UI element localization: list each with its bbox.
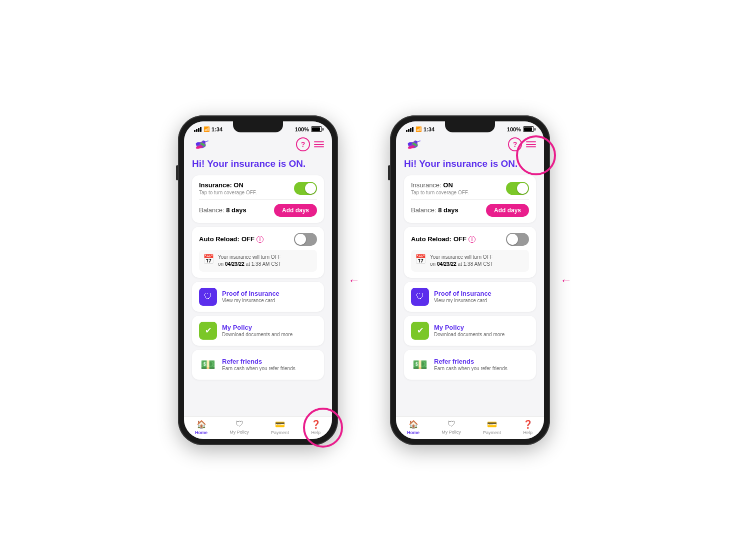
status-right: 100% (295, 126, 322, 132)
proof-sub: View my insurance card (222, 298, 280, 303)
help-button[interactable]: ? (296, 137, 310, 151)
nav-policy[interactable]: 🛡 My Policy (230, 420, 249, 435)
battery-icon (311, 126, 322, 132)
auto-reload-label: Auto Reload: OFF i (199, 235, 264, 243)
right-logo (404, 137, 422, 151)
right-menu-button[interactable] (526, 141, 536, 147)
right-refer-title: Refer friends (434, 358, 508, 365)
calendar-icon: 📅 (203, 254, 214, 265)
battery-fill (312, 127, 320, 131)
right-wifi-icon: 📶 (416, 126, 422, 132)
auto-reload-row: Auto Reload: OFF i (199, 233, 317, 246)
right-refer-icon-box: 💵 (411, 356, 429, 374)
right-refer-friends-card[interactable]: 💵 Refer friends Earn cash when you refer… (404, 350, 536, 380)
app-content: Hi! Your insurance is ON. Insurance: ON … (184, 154, 332, 416)
left-screen: 📶 1:34 100% (184, 121, 332, 439)
right-policy-info: My Policy Download documents and more (434, 324, 504, 337)
insurance-info: Insurance: ON Tap to turn coverage OFF. (199, 181, 257, 195)
right-payment-nav-label: Payment (483, 430, 501, 435)
left-phone-wrapper: 📶 1:34 100% (178, 115, 338, 445)
right-balance-row: Balance: 8 days Add days (411, 204, 529, 217)
right-policy-nav-icon: 🛡 (448, 420, 456, 429)
wifi-icon: 📶 (204, 126, 210, 132)
add-days-button[interactable]: Add days (274, 204, 317, 217)
left-arrow: ← (348, 273, 360, 287)
right-nav-payment[interactable]: 💳 Payment (483, 420, 501, 435)
right-battery-pct: 100% (507, 126, 521, 132)
right-proof-info: Proof of Insurance View my insurance car… (434, 290, 492, 303)
right-proof-title: Proof of Insurance (434, 290, 492, 297)
right-policy-title: My Policy (434, 324, 504, 331)
right-nav-help[interactable]: ❓ Help (523, 420, 533, 435)
right-refer-sub: Earn cash when you refer friends (434, 366, 508, 371)
insurance-card: Insurance: ON Tap to turn coverage OFF. (192, 175, 324, 223)
svg-line-13 (418, 141, 420, 141)
right-refer-info: Refer friends Earn cash when you refer f… (434, 358, 508, 371)
right-my-policy-card[interactable]: ✔ My Policy Download documents and more (404, 316, 536, 346)
policy-nav-icon: 🛡 (236, 420, 244, 429)
r-signal-bar-3 (410, 128, 412, 132)
right-notch (445, 121, 495, 132)
right-insurance-info: Insurance: ON Tap to turn coverage OFF. (411, 181, 469, 195)
right-proof-icon-box: 🛡 (411, 288, 429, 306)
right-proof-of-insurance-card[interactable]: 🛡 Proof of Insurance View my insurance c… (404, 282, 536, 312)
app-header: ? (184, 134, 332, 154)
right-auto-reload-row: Auto Reload: OFF i (411, 233, 529, 246)
right-info-circle[interactable]: i (468, 236, 476, 243)
payment-nav-label: Payment (271, 430, 289, 435)
proof-of-insurance-card[interactable]: 🛡 Proof of Insurance View my insurance c… (192, 282, 324, 312)
right-scene: 📶 1:34 100% (390, 115, 572, 445)
right-balance-value: 8 days (438, 206, 458, 214)
header-icons: ? (296, 137, 324, 151)
page-title: Hi! Your insurance is ON. (192, 158, 324, 169)
nav-payment[interactable]: 💳 Payment (271, 420, 289, 435)
right-home-nav-icon: 🏠 (408, 420, 418, 429)
right-nav-home[interactable]: 🏠 Home (407, 420, 420, 435)
home-nav-label: Home (195, 430, 208, 435)
right-proof-sub: View my insurance card (434, 298, 492, 303)
refer-sub: Earn cash when you refer friends (222, 366, 296, 371)
r-signal-bar-4 (412, 127, 414, 132)
right-insurance-toggle[interactable] (506, 182, 529, 195)
policy-info: My Policy Download documents and more (222, 324, 292, 337)
coverage-sub: Tap to turn coverage OFF. (199, 190, 257, 195)
right-payment-nav-icon: 💳 (487, 420, 497, 429)
right-coverage-sub: Tap to turn coverage OFF. (411, 190, 469, 195)
right-help-nav-icon: ❓ (523, 420, 533, 429)
refer-friends-card[interactable]: 💵 Refer friends Earn cash when you refer… (192, 350, 324, 380)
right-status-right: 100% (507, 126, 534, 132)
hummingbird-icon (192, 137, 210, 151)
right-auto-reload-label: Auto Reload: OFF i (411, 235, 476, 243)
balance-row: Balance: 8 days Add days (199, 204, 317, 217)
toggle-knob (305, 183, 316, 194)
right-home-nav-label: Home (407, 430, 420, 435)
auto-reload-toggle[interactable] (294, 233, 317, 246)
balance-label: Balance: 8 days (199, 206, 246, 214)
right-insurance-card: Insurance: ON Tap to turn coverage OFF. (404, 175, 536, 223)
insurance-row: Insurance: ON Tap to turn coverage OFF. (199, 181, 317, 195)
right-insurance-label: Insurance: ON (411, 181, 469, 189)
right-auto-reload-toggle[interactable] (506, 233, 529, 246)
right-bottom-nav: 🏠 Home 🛡 My Policy 💳 Payment ❓ Help (396, 416, 544, 439)
nav-home[interactable]: 🏠 Home (195, 420, 208, 435)
insurance-toggle[interactable] (294, 182, 317, 195)
notice-text: Your insurance will turn OFFon 04/23/22 … (218, 254, 281, 268)
menu-button[interactable] (314, 141, 324, 147)
right-app-header: ? (396, 134, 544, 154)
right-notice-text: Your insurance will turn OFFon 04/23/22 … (430, 254, 493, 268)
status-time: 1:34 (212, 126, 222, 132)
right-balance-label: Balance: 8 days (411, 206, 458, 214)
my-policy-card[interactable]: ✔ My Policy Download documents and more (192, 316, 324, 346)
signal-bar-4 (200, 127, 202, 132)
nav-help[interactable]: ❓ Help (311, 420, 321, 435)
svg-point-10 (415, 141, 417, 143)
right-add-days-button[interactable]: Add days (486, 204, 529, 217)
svg-point-3 (203, 141, 205, 143)
right-menu-line-1 (526, 141, 536, 142)
info-circle[interactable]: i (256, 236, 264, 243)
right-battery-icon (523, 126, 534, 132)
right-nav-policy[interactable]: 🛡 My Policy (442, 420, 461, 435)
right-help-button[interactable]: ? (508, 137, 522, 151)
auto-reload-knob (295, 234, 306, 245)
battery-pct: 100% (295, 126, 309, 132)
